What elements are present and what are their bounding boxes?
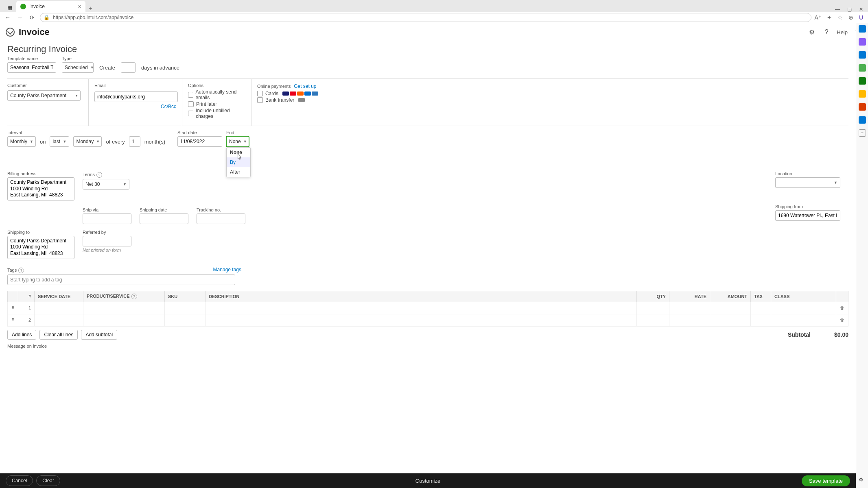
window-controls: — ▢ ✕ — [835, 7, 868, 12]
url-text: https://app.qbo.intuit.com/app/invoice — [53, 15, 133, 20]
reload-icon[interactable]: ⟳ — [28, 14, 37, 21]
search-rail-icon[interactable] — [859, 25, 866, 33]
maximize-icon[interactable]: ▢ — [847, 7, 852, 12]
close-tab-icon[interactable]: × — [78, 3, 81, 10]
help-icon[interactable]: ? — [822, 28, 831, 37]
address-bar: ← → ⟳ 🔒 https://app.qbo.intuit.com/app/i… — [0, 12, 868, 23]
settings-gear-icon[interactable]: ⚙ — [807, 28, 816, 37]
browser-chrome: ▦ Invoice × + — ▢ ✕ ← → ⟳ 🔒 https://app.… — [0, 0, 868, 23]
tab-bar: ▦ Invoice × + — ▢ ✕ — [0, 0, 868, 12]
minimize-icon[interactable]: — — [835, 7, 840, 12]
favicon-icon — [20, 4, 26, 9]
app-header: Invoice ⚙ ? Help ✕ — [0, 23, 868, 41]
url-field[interactable]: 🔒 https://app.qbo.intuit.com/app/invoice — [40, 13, 811, 22]
lock-icon: 🔒 — [44, 15, 50, 20]
app-logo-icon — [6, 28, 15, 37]
read-aloud-icon[interactable]: A⁺ — [815, 14, 821, 21]
collections-icon[interactable]: ⊕ — [848, 14, 853, 21]
back-icon[interactable]: ← — [3, 14, 12, 21]
rail-icon-1[interactable] — [859, 38, 866, 41]
shopping-icon[interactable]: ✦ — [827, 14, 832, 21]
new-tab-button[interactable]: + — [85, 5, 95, 12]
help-label[interactable]: Help — [837, 29, 848, 35]
edge-sidebar: + ⚙ — [856, 23, 868, 41]
extension-u-icon[interactable]: U — [859, 14, 863, 21]
browser-tab[interactable]: Invoice × — [16, 1, 85, 12]
forward-icon[interactable]: → — [15, 14, 24, 21]
close-window-icon[interactable]: ✕ — [859, 7, 863, 12]
favorite-icon[interactable]: ☆ — [837, 14, 843, 21]
tab-title: Invoice — [29, 4, 45, 9]
page-header-title: Invoice — [19, 27, 50, 37]
tab-list-icon[interactable]: ▦ — [5, 2, 15, 12]
